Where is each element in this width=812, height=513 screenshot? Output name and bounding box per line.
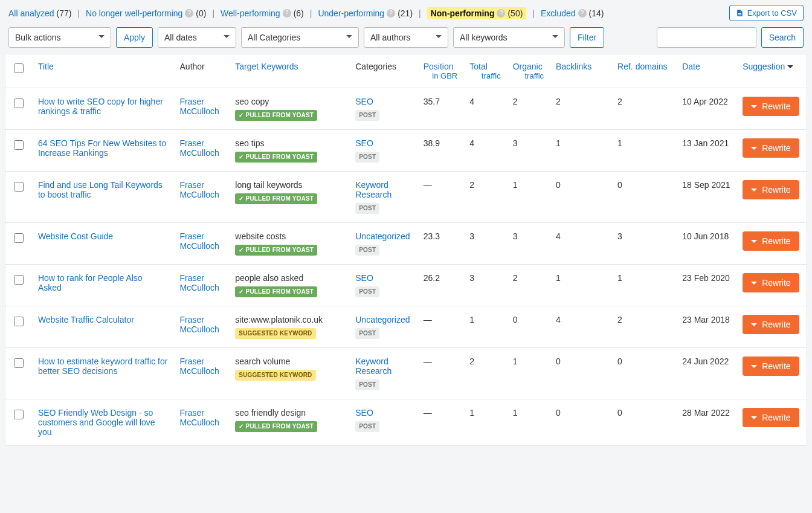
author-link[interactable]: Fraser McCulloch [180,138,219,158]
help-icon[interactable]: ? [497,9,505,18]
rewrite-button[interactable]: Rewrite [743,180,799,199]
col-target-keywords[interactable]: Target Keywords [235,62,298,71]
rewrite-button[interactable]: Rewrite [743,357,799,376]
cell-back: 2 [550,88,611,130]
help-icon[interactable]: ? [578,9,587,18]
suggested-keyword-badge: SUGGESTED KEYWORD [235,328,315,339]
col-ref-domains[interactable]: Ref. domains [617,62,667,71]
rewrite-button[interactable]: Rewrite [743,97,799,116]
tab-no-longer-well-performing[interactable]: No longer well-performing ? (0) [86,8,206,18]
row-checkbox[interactable] [14,182,24,192]
category-link[interactable]: Keyword Research [355,180,411,199]
row-checkbox[interactable] [14,275,24,285]
tab-all-analyzed[interactable]: All analyzed (77) [8,8,71,18]
post-title-link[interactable]: SEO Friendly Web Design - so customers a… [38,408,155,437]
category-link[interactable]: SEO [355,138,411,148]
author-link[interactable]: Fraser McCulloch [180,231,219,251]
help-icon[interactable]: ? [387,9,395,18]
cell-total: 3 [463,265,506,306]
dates-select[interactable]: All dates [158,27,236,48]
row-checkbox[interactable] [14,233,24,243]
post-title-link[interactable]: 64 SEO Tips For New Websites to Increase… [38,138,166,158]
tab-well-performing[interactable]: Well-performing ? (6) [221,8,304,18]
rewrite-button[interactable]: Rewrite [743,273,799,292]
tab-non-performing[interactable]: Non-performing ? (50) [427,7,527,19]
bulk-actions-select[interactable]: Bulk actions [8,27,111,48]
cell-total: 2 [463,348,506,399]
category-link[interactable]: SEO [355,97,411,106]
filter-button[interactable]: Filter [570,27,604,48]
col-total-traffic[interactable]: Total [469,62,488,71]
col-author: Author [174,54,230,88]
row-checkbox[interactable] [14,98,24,108]
table-row: Find and use Long Tail Keywords to boost… [5,172,807,223]
target-keyword: seo friendly design [235,408,343,418]
chevron-down-icon [751,282,757,288]
cell-pos: 26.2 [417,265,464,306]
author-link[interactable]: Fraser McCulloch [180,97,219,116]
category-link[interactable]: SEO [355,273,411,283]
authors-select[interactable]: All authors [364,27,448,48]
keywords-select[interactable]: All keywords [453,27,565,48]
sort-desc-icon [787,65,793,71]
author-link[interactable]: Fraser McCulloch [180,408,219,427]
cell-back: 4 [550,223,611,265]
yoast-badge: ✓ PULLED FROM YOAST [235,193,317,204]
cell-back: 1 [550,130,611,172]
category-link[interactable]: Keyword Research [355,357,411,376]
categories-select[interactable]: All Categories [241,27,359,48]
tab-under-performing[interactable]: Under-performing ? (21) [318,8,413,18]
row-checkbox[interactable] [14,410,24,419]
cell-total: 1 [463,399,506,446]
col-suggestion[interactable]: Suggestion [743,62,785,71]
cell-pos: — [417,399,464,446]
help-icon[interactable]: ? [185,9,193,18]
select-all-checkbox[interactable] [14,63,24,73]
row-checkbox[interactable] [14,140,24,150]
chevron-down-icon [751,189,757,195]
tab-excluded[interactable]: Excluded ? (14) [541,8,604,18]
post-title-link[interactable]: How to write SEO copy for higher ranking… [38,97,163,116]
author-link[interactable]: Fraser McCulloch [180,273,219,292]
table-row: SEO Friendly Web Design - so customers a… [5,399,807,446]
rewrite-button[interactable]: Rewrite [743,231,799,251]
author-link[interactable]: Fraser McCulloch [180,180,219,199]
target-keyword: seo tips [235,138,343,148]
post-title-link[interactable]: How to rank for People Also Asked [38,273,143,292]
cell-total: 4 [463,130,506,172]
export-csv-button[interactable]: Export to CSV [729,5,804,21]
cell-organic: 1 [507,399,550,446]
col-organic-traffic[interactable]: Organic [513,62,543,71]
category-link[interactable]: Uncategorized [355,231,411,241]
rewrite-button[interactable]: Rewrite [743,315,799,334]
post-title-link[interactable]: Find and use Long Tail Keywords to boost… [38,180,163,199]
col-date[interactable]: Date [682,62,700,71]
category-link[interactable]: SEO [355,408,411,418]
row-checkbox[interactable] [14,358,24,368]
search-button[interactable]: Search [761,27,804,48]
rewrite-button[interactable]: Rewrite [743,138,799,158]
cell-date: 10 Apr 2022 [676,88,736,130]
col-title[interactable]: Title [38,62,54,71]
col-position[interactable]: Position [424,62,454,71]
help-icon[interactable]: ? [283,9,291,18]
rewrite-button[interactable]: Rewrite [743,408,799,427]
search-input[interactable] [657,27,756,48]
cell-organic: 3 [507,130,550,172]
chevron-down-icon [751,147,757,153]
cell-ref: 2 [611,88,676,130]
cell-date: 23 Feb 2020 [676,265,736,306]
apply-button[interactable]: Apply [116,27,153,48]
author-link[interactable]: Fraser McCulloch [180,357,219,376]
col-backlinks[interactable]: Backlinks [556,62,591,71]
cell-ref: 1 [611,265,676,306]
cell-ref: 0 [611,399,676,446]
post-title-link[interactable]: How to estimate keyword traffic for bett… [38,357,167,376]
author-link[interactable]: Fraser McCulloch [180,315,219,334]
cell-organic: 2 [507,265,550,306]
post-type-badge: POST [355,421,379,432]
category-link[interactable]: Uncategorized [355,315,411,324]
post-title-link[interactable]: Website Traffic Calculator [38,315,134,324]
post-title-link[interactable]: Website Cost Guide [38,231,113,241]
row-checkbox[interactable] [14,317,24,326]
